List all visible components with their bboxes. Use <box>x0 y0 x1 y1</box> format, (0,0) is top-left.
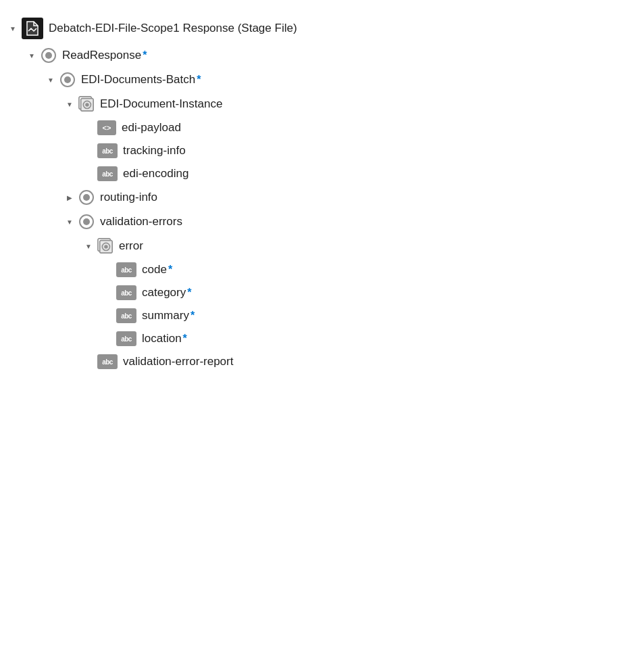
stack-icon <box>97 238 113 254</box>
abc-icon: abc <box>97 354 118 369</box>
tree-node: EDI-Document-Instance<>edi-payloadabctra… <box>64 92 624 185</box>
tree-row[interactable]: abclocation* <box>101 327 624 350</box>
svg-point-12 <box>83 218 90 225</box>
abc-icon: abc <box>116 262 136 277</box>
toggle-icon[interactable] <box>64 98 76 110</box>
node-label: ReadResponse <box>62 49 141 62</box>
tree-node: validation-errors errorabccode*abccatego… <box>64 210 624 373</box>
tree-node: ReadResponse* EDI-Documents-Batch* EDI-D… <box>26 43 624 373</box>
toggle-icon[interactable] <box>64 191 76 203</box>
circle-icon <box>41 47 57 64</box>
node-label: EDI-Document-Instance <box>100 97 222 111</box>
tree-node: abccode* <box>101 258 624 281</box>
tree-node: abccategory* <box>101 281 624 304</box>
tree-node: errorabccode*abccategory*abcsummary*abcl… <box>82 234 624 350</box>
node-label: EDI-Documents-Batch <box>81 73 195 87</box>
node-label: routing-info <box>100 191 157 204</box>
tree-node: abctracking-info <box>82 139 624 162</box>
node-label: edi-encoding <box>123 167 188 181</box>
tree-node: abclocation* <box>101 327 624 350</box>
tree-row[interactable]: routing-info <box>64 185 624 210</box>
required-marker: * <box>168 264 172 276</box>
tree-row[interactable]: abctracking-info <box>82 139 624 162</box>
node-label: validation-errors <box>100 215 182 229</box>
toggle-icon[interactable] <box>7 22 19 34</box>
required-marker: * <box>187 287 191 299</box>
schema-tree: Debatch-EDI-File-Scope1 Response (Stage … <box>7 14 624 373</box>
tree-row[interactable]: error <box>82 234 624 258</box>
tree-row[interactable]: abccategory* <box>101 281 624 304</box>
abc-icon: abc <box>97 143 118 158</box>
toggle-icon[interactable] <box>82 240 95 252</box>
tree-children: errorabccode*abccategory*abcsummary*abcl… <box>82 234 624 373</box>
root-row[interactable]: Debatch-EDI-File-Scope1 Response (Stage … <box>7 14 624 43</box>
abc-icon: abc <box>116 331 136 346</box>
toggle-icon[interactable] <box>26 49 38 62</box>
tree-row[interactable]: abccode* <box>101 258 624 281</box>
tree-children: abccode*abccategory*abcsummary*abclocati… <box>101 258 624 350</box>
node-label: summary <box>142 309 189 322</box>
toggle-icon[interactable] <box>64 216 76 228</box>
node-label: location <box>142 332 182 345</box>
svg-point-4 <box>64 76 71 83</box>
tree-row[interactable]: <>edi-payload <box>82 116 624 139</box>
tree-row[interactable]: validation-errors <box>64 210 624 234</box>
tree-root-node: Debatch-EDI-File-Scope1 Response (Stage … <box>7 14 624 373</box>
tree-children: EDI-Documents-Batch* EDI-Document-Instan… <box>45 68 624 373</box>
toggle-icon[interactable] <box>45 74 57 86</box>
svg-point-16 <box>104 245 108 249</box>
required-marker: * <box>143 49 147 62</box>
abc-icon: abc <box>116 285 136 300</box>
node-label: category <box>142 286 186 299</box>
circle-icon <box>78 214 95 230</box>
required-marker: * <box>191 310 195 322</box>
tree-row[interactable]: abcvalidation-error-report <box>82 350 624 373</box>
root-label: Debatch-EDI-File-Scope1 Response (Stage … <box>49 22 297 35</box>
required-marker: * <box>183 333 187 345</box>
tree-node: routing-info <box>64 185 624 210</box>
svg-point-8 <box>85 103 89 107</box>
tree-row[interactable]: EDI-Document-Instance <box>64 92 624 116</box>
tree-row[interactable]: abcedi-encoding <box>82 162 624 185</box>
node-label: validation-error-report <box>123 355 233 368</box>
tree-row[interactable]: EDI-Documents-Batch* <box>45 68 624 92</box>
tree-node: abcsummary* <box>101 304 624 327</box>
circle-icon <box>59 72 76 88</box>
abc-icon: abc <box>97 166 118 181</box>
tree-node: abcvalidation-error-report <box>82 350 624 373</box>
stack-icon <box>78 96 95 112</box>
node-label: tracking-info <box>123 144 186 158</box>
tree-row[interactable]: abcsummary* <box>101 304 624 327</box>
code-icon: <> <box>97 120 116 135</box>
node-label: code <box>142 263 167 277</box>
node-label: error <box>119 239 143 253</box>
svg-point-10 <box>83 194 90 201</box>
circle-icon <box>78 189 95 206</box>
root-children: ReadResponse* EDI-Documents-Batch* EDI-D… <box>26 43 624 373</box>
node-label: edi-payload <box>122 121 181 135</box>
tree-node: EDI-Documents-Batch* EDI-Document-Instan… <box>45 68 624 373</box>
file-icon <box>22 18 43 39</box>
svg-point-2 <box>45 52 52 59</box>
tree-node: abcedi-encoding <box>82 162 624 185</box>
tree-row[interactable]: ReadResponse* <box>26 43 624 68</box>
tree-children: EDI-Document-Instance<>edi-payloadabctra… <box>64 92 624 373</box>
abc-icon: abc <box>116 308 136 323</box>
tree-node: <>edi-payload <box>82 116 624 139</box>
required-marker: * <box>197 74 201 86</box>
tree-children: <>edi-payloadabctracking-infoabcedi-enco… <box>82 116 624 185</box>
